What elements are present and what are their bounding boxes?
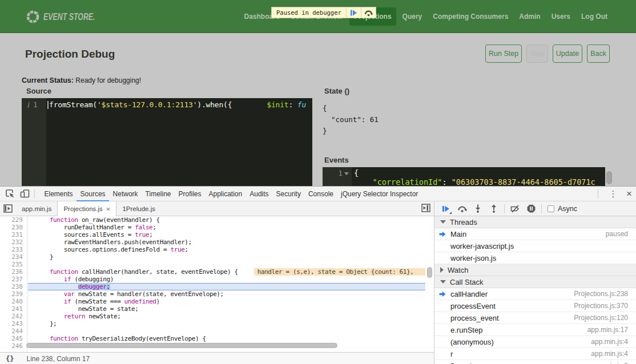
sidebar-section-watch[interactable]: Watch (434, 264, 636, 276)
pretty-print-icon[interactable]: {} (6, 355, 14, 363)
source-code-editor[interactable]: i1 fromStream('$stats-127.0.0.1:2113').w… (22, 98, 312, 186)
current-status: Current Status: Ready for debugging! (22, 76, 141, 84)
sidebar-section-threads[interactable]: Threads (434, 216, 636, 228)
nav-item-users[interactable]: Users (547, 7, 575, 26)
device-toolbar-button[interactable] (17, 187, 32, 201)
devtools-tab-audits[interactable]: Audits (246, 187, 272, 201)
page-title: Projection Debug (25, 48, 115, 60)
code-line-236: function callHandler(handler, state, eve… (28, 268, 425, 276)
devtools-toolbar: ElementsSourcesNetworkTimelineProfilesAp… (0, 187, 636, 201)
run-step-button[interactable]: Run Step (485, 45, 522, 63)
step-into-button[interactable] (470, 202, 486, 216)
sidebar-row-process-event[interactable]: process_eventProjections.js:120 (434, 312, 636, 324)
overlay-step-over-button[interactable] (361, 7, 376, 18)
back-button[interactable]: Back (587, 45, 610, 63)
sidebar-row-label: e.runStep (450, 326, 482, 334)
inspect-element-icon (5, 189, 15, 199)
devtools-panel: ElementsSourcesNetworkTimelineProfilesAp… (0, 186, 636, 364)
file-tab-strip: app.min.jsProjections.js×1Prelude.js (0, 201, 434, 216)
devtools-tab-timeline[interactable]: Timeline (142, 187, 175, 201)
overlay-resume-button[interactable] (346, 7, 361, 18)
code-line-244 (28, 327, 425, 335)
fold-arrow-icon[interactable] (344, 172, 349, 175)
devtools-tab-security[interactable]: Security (272, 187, 304, 201)
sidebar-toggle-button[interactable] (421, 204, 430, 212)
gutter-line-number[interactable]: 233 (0, 246, 23, 253)
gutter-line-number[interactable]: 244 (0, 327, 23, 335)
gutter-line-number[interactable]: 239 (0, 290, 23, 298)
devtools-tab-profiles[interactable]: Profiles (175, 187, 205, 201)
nav-item-competing-consumers[interactable]: Competing Consumers (428, 7, 513, 26)
source-code-line: fromStream('$stats-127.0.0.1:2113').when… (49, 98, 306, 110)
nav-item-query[interactable]: Query (398, 7, 427, 26)
source-code-area[interactable]: 2292302312322332342352362372382392402412… (0, 216, 434, 352)
sidebar-row-worker-json-js[interactable]: worker-json.js (434, 252, 636, 264)
devtools-close-icon[interactable]: × (622, 188, 636, 200)
gutter-line-number[interactable]: 240 (0, 298, 23, 305)
source-editor-gutter: i1 (22, 98, 46, 186)
deactivate-breakpoints-button[interactable] (507, 202, 523, 216)
nav-item-log-out[interactable]: Log Out (577, 7, 612, 26)
gutter-line-number[interactable]: 237 (0, 276, 23, 283)
file-tab-projections-js[interactable]: Projections.js× (57, 201, 116, 216)
gutter-line-number[interactable]: 229 (0, 216, 23, 224)
sidebar-row-label: callHandler (450, 290, 488, 298)
pause-on-exceptions-button[interactable] (523, 202, 539, 216)
gutter-line-number[interactable]: 234 (0, 253, 23, 261)
eventstore-logo[interactable]: EVENT STORE. (26, 10, 112, 24)
devtools-tab-network[interactable]: Network (109, 187, 142, 201)
devtools-tab-console[interactable]: Console (304, 187, 337, 201)
sidebar-row-note: app.min.js:4 (591, 350, 628, 358)
resume-icon (442, 205, 450, 213)
stop-button[interactable]: Stop (526, 45, 548, 63)
gutter-line-number[interactable]: 246 (0, 342, 23, 350)
sidebar-row-r[interactable]: rapp.min.js:4 (434, 348, 636, 360)
gutter-line-number[interactable]: 238 (0, 283, 23, 290)
sidebar-row-processevent[interactable]: processEventProjections.js:370 (434, 300, 636, 312)
code-line-229: function on_raw(eventHandler) { (28, 216, 425, 224)
devtools-tab-elements[interactable]: Elements (41, 187, 77, 201)
sidebar-row-main[interactable]: Mainpaused (434, 228, 636, 240)
devtools-tab-application[interactable]: Application (205, 187, 246, 201)
gutter-line-number[interactable]: 231 (0, 231, 23, 238)
inspect-element-button[interactable] (2, 187, 17, 201)
sidebar-row--ready[interactable]: $.readyapp.min.js:2 (434, 360, 636, 364)
sidebar-row--anonymous-[interactable]: (anonymous)app.min.js:4 (434, 336, 636, 348)
gutter-line-number[interactable]: 243 (0, 320, 23, 327)
eventstore-logo-text: EVENT STORE. (43, 11, 95, 22)
code-line-233: sources.options.definesFold = true; (28, 246, 425, 253)
events-code: { "correlationId": "06303703-8837-4464-8… (354, 167, 595, 186)
events-scrollbar-thumb[interactable] (606, 171, 612, 184)
horizontal-scrollbar-thumb[interactable] (26, 343, 337, 348)
gutter-line-number[interactable]: 232 (0, 238, 23, 246)
sidebar-row-worker-javascript-js[interactable]: worker-javascript.js (434, 240, 636, 252)
file-tab-app-min-js[interactable]: app.min.js (16, 201, 57, 216)
sidebar-section-call-stack[interactable]: Call Stack (434, 276, 636, 288)
events-editor[interactable]: 1 { "correlationId": "06303703-8837-4464… (323, 167, 605, 186)
devtools-menu-icon[interactable]: ⋮ (607, 189, 619, 199)
nav-item-admin[interactable]: Admin (514, 7, 545, 26)
step-over-button[interactable] (454, 202, 470, 216)
gutter-line-number[interactable]: 230 (0, 224, 23, 231)
update-button[interactable]: Update (553, 45, 582, 63)
gutter-line-number[interactable]: 241 (0, 305, 23, 313)
navigator-toggle-button[interactable] (0, 201, 15, 216)
devtools-tab-jquery-selector-inspector[interactable]: jQuery Selector Inspector (337, 187, 421, 201)
devtools-tab-sources[interactable]: Sources (77, 187, 109, 201)
gutter-line-number[interactable]: 245 (0, 335, 23, 342)
code-line-238: debugger; (28, 283, 425, 290)
step-out-button[interactable] (486, 202, 502, 216)
gutter-line-number[interactable]: 236 (0, 268, 23, 276)
gutter-line-number[interactable]: 242 (0, 313, 23, 320)
close-file-tab-icon[interactable]: × (106, 205, 111, 213)
file-tab-1prelude-js[interactable]: 1Prelude.js (116, 201, 161, 216)
resume-icon (350, 9, 357, 17)
gutter-line-number[interactable]: 235 (0, 261, 23, 268)
resume-script-button[interactable] (438, 202, 454, 216)
sidebar-row-e-runstep[interactable]: e.runStepapp.min.js:17 (434, 324, 636, 336)
vertical-scrollbar-thumb[interactable] (427, 267, 432, 278)
sidebar-row-callhandler[interactable]: callHandlerProjections.js:238 (434, 288, 636, 300)
async-checkbox[interactable] (548, 205, 554, 212)
code-gutter[interactable]: 2292302312322332342352362372382392402412… (0, 216, 27, 352)
cursor-position: Line 238, Column 17 (26, 355, 90, 363)
